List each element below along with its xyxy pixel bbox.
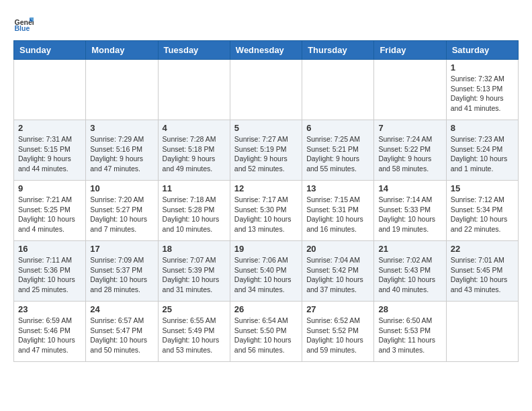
- day-header-thursday: Thursday: [302, 41, 374, 60]
- calendar-cell: 3Sunrise: 7:29 AM Sunset: 5:16 PM Daylig…: [86, 120, 158, 181]
- day-number: 2: [18, 123, 81, 133]
- day-number: 13: [306, 183, 369, 193]
- day-info: Sunrise: 7:24 AM Sunset: 5:22 PM Dayligh…: [378, 134, 441, 174]
- calendar-cell: 5Sunrise: 7:27 AM Sunset: 5:19 PM Daylig…: [230, 120, 302, 181]
- calendar-cell: 7Sunrise: 7:24 AM Sunset: 5:22 PM Daylig…: [374, 120, 446, 181]
- day-info: Sunrise: 6:54 AM Sunset: 5:50 PM Dayligh…: [234, 316, 298, 355]
- calendar-cell: 9Sunrise: 7:21 AM Sunset: 5:25 PM Daylig…: [14, 181, 86, 241]
- calendar-cell: 6Sunrise: 7:25 AM Sunset: 5:21 PM Daylig…: [302, 120, 374, 181]
- calendar-cell: 15Sunrise: 7:12 AM Sunset: 5:34 PM Dayli…: [446, 181, 518, 241]
- day-number: 5: [234, 123, 298, 133]
- day-info: Sunrise: 6:59 AM Sunset: 5:46 PM Dayligh…: [18, 316, 81, 355]
- day-info: Sunrise: 7:14 AM Sunset: 5:33 PM Dayligh…: [378, 195, 441, 234]
- day-info: Sunrise: 7:04 AM Sunset: 5:42 PM Dayligh…: [306, 255, 369, 295]
- calendar-cell: [446, 302, 518, 362]
- day-number: 14: [378, 183, 441, 193]
- day-number: 27: [306, 304, 369, 314]
- day-info: Sunrise: 6:55 AM Sunset: 5:49 PM Dayligh…: [163, 316, 226, 355]
- calendar-cell: 18Sunrise: 7:07 AM Sunset: 5:39 PM Dayli…: [158, 241, 230, 302]
- calendar-cell: 27Sunrise: 6:52 AM Sunset: 5:52 PM Dayli…: [302, 302, 374, 362]
- calendar-week-row: 1Sunrise: 7:32 AM Sunset: 5:13 PM Daylig…: [14, 60, 519, 120]
- day-number: 17: [90, 244, 153, 254]
- day-number: 1: [451, 62, 514, 73]
- calendar-cell: [158, 60, 230, 120]
- day-info: Sunrise: 7:06 AM Sunset: 5:40 PM Dayligh…: [234, 255, 298, 295]
- page-header: General Blue: [13, 13, 519, 34]
- calendar-cell: 17Sunrise: 7:09 AM Sunset: 5:37 PM Dayli…: [86, 241, 158, 302]
- day-number: 18: [163, 244, 226, 254]
- calendar-week-row: 23Sunrise: 6:59 AM Sunset: 5:46 PM Dayli…: [14, 302, 519, 362]
- day-info: Sunrise: 7:09 AM Sunset: 5:37 PM Dayligh…: [90, 255, 153, 295]
- calendar-cell: [374, 60, 446, 120]
- day-info: Sunrise: 7:11 AM Sunset: 5:36 PM Dayligh…: [18, 255, 81, 295]
- day-number: 24: [90, 304, 153, 314]
- day-info: Sunrise: 7:23 AM Sunset: 5:24 PM Dayligh…: [451, 134, 514, 174]
- calendar-cell: 1Sunrise: 7:32 AM Sunset: 5:13 PM Daylig…: [446, 60, 518, 120]
- day-header-saturday: Saturday: [446, 41, 518, 60]
- calendar-cell: 10Sunrise: 7:20 AM Sunset: 5:27 PM Dayli…: [86, 181, 158, 241]
- day-info: Sunrise: 6:57 AM Sunset: 5:47 PM Dayligh…: [90, 316, 153, 355]
- day-info: Sunrise: 7:17 AM Sunset: 5:30 PM Dayligh…: [234, 195, 298, 234]
- calendar-cell: 24Sunrise: 6:57 AM Sunset: 5:47 PM Dayli…: [86, 302, 158, 362]
- calendar-cell: 11Sunrise: 7:18 AM Sunset: 5:28 PM Dayli…: [158, 181, 230, 241]
- day-number: 21: [378, 244, 441, 254]
- calendar-week-row: 16Sunrise: 7:11 AM Sunset: 5:36 PM Dayli…: [14, 241, 519, 302]
- day-header-tuesday: Tuesday: [158, 41, 230, 60]
- calendar-cell: 8Sunrise: 7:23 AM Sunset: 5:24 PM Daylig…: [446, 120, 518, 181]
- calendar-header-row: SundayMondayTuesdayWednesdayThursdayFrid…: [14, 41, 519, 60]
- calendar-cell: 2Sunrise: 7:31 AM Sunset: 5:15 PM Daylig…: [14, 120, 86, 181]
- day-number: 8: [451, 123, 514, 133]
- calendar-cell: 20Sunrise: 7:04 AM Sunset: 5:42 PM Dayli…: [302, 241, 374, 302]
- calendar-cell: 23Sunrise: 6:59 AM Sunset: 5:46 PM Dayli…: [14, 302, 86, 362]
- calendar-table: SundayMondayTuesdayWednesdayThursdayFrid…: [13, 40, 519, 362]
- day-number: 9: [18, 183, 81, 193]
- day-number: 16: [18, 244, 81, 254]
- calendar-cell: 25Sunrise: 6:55 AM Sunset: 5:49 PM Dayli…: [158, 302, 230, 362]
- calendar-cell: [14, 60, 86, 120]
- calendar-cell: 12Sunrise: 7:17 AM Sunset: 5:30 PM Dayli…: [230, 181, 302, 241]
- calendar-week-row: 2Sunrise: 7:31 AM Sunset: 5:15 PM Daylig…: [14, 120, 519, 181]
- day-number: 25: [163, 304, 226, 314]
- day-info: Sunrise: 7:28 AM Sunset: 5:18 PM Dayligh…: [163, 134, 226, 174]
- day-number: 10: [90, 183, 153, 193]
- day-number: 19: [234, 244, 298, 254]
- calendar-cell: 13Sunrise: 7:15 AM Sunset: 5:31 PM Dayli…: [302, 181, 374, 241]
- day-info: Sunrise: 7:20 AM Sunset: 5:27 PM Dayligh…: [90, 195, 153, 234]
- day-info: Sunrise: 7:21 AM Sunset: 5:25 PM Dayligh…: [18, 195, 81, 234]
- day-info: Sunrise: 6:52 AM Sunset: 5:52 PM Dayligh…: [306, 316, 369, 355]
- day-info: Sunrise: 7:29 AM Sunset: 5:16 PM Dayligh…: [90, 134, 153, 174]
- day-number: 6: [306, 123, 369, 133]
- calendar-cell: [302, 60, 374, 120]
- calendar-cell: 4Sunrise: 7:28 AM Sunset: 5:18 PM Daylig…: [158, 120, 230, 181]
- day-info: Sunrise: 7:07 AM Sunset: 5:39 PM Dayligh…: [163, 255, 226, 295]
- calendar-cell: 26Sunrise: 6:54 AM Sunset: 5:50 PM Dayli…: [230, 302, 302, 362]
- day-header-wednesday: Wednesday: [230, 41, 302, 60]
- calendar-cell: [86, 60, 158, 120]
- day-number: 20: [306, 244, 369, 254]
- calendar-cell: 28Sunrise: 6:50 AM Sunset: 5:53 PM Dayli…: [374, 302, 446, 362]
- day-number: 23: [18, 304, 81, 314]
- day-number: 4: [163, 123, 226, 133]
- day-number: 15: [451, 183, 514, 193]
- day-info: Sunrise: 7:15 AM Sunset: 5:31 PM Dayligh…: [306, 195, 369, 234]
- day-info: Sunrise: 7:02 AM Sunset: 5:43 PM Dayligh…: [378, 255, 441, 295]
- day-number: 7: [378, 123, 441, 133]
- day-info: Sunrise: 7:31 AM Sunset: 5:15 PM Dayligh…: [18, 134, 81, 174]
- calendar-cell: 22Sunrise: 7:01 AM Sunset: 5:45 PM Dayli…: [446, 241, 518, 302]
- day-header-monday: Monday: [86, 41, 158, 60]
- day-number: 28: [378, 304, 441, 314]
- day-info: Sunrise: 7:27 AM Sunset: 5:19 PM Dayligh…: [234, 134, 298, 174]
- day-info: Sunrise: 7:32 AM Sunset: 5:13 PM Dayligh…: [451, 74, 514, 113]
- calendar-cell: 21Sunrise: 7:02 AM Sunset: 5:43 PM Dayli…: [374, 241, 446, 302]
- calendar-cell: 19Sunrise: 7:06 AM Sunset: 5:40 PM Dayli…: [230, 241, 302, 302]
- calendar-cell: [230, 60, 302, 120]
- day-info: Sunrise: 6:50 AM Sunset: 5:53 PM Dayligh…: [378, 316, 441, 355]
- calendar-cell: 14Sunrise: 7:14 AM Sunset: 5:33 PM Dayli…: [374, 181, 446, 241]
- logo: General Blue: [13, 13, 36, 34]
- day-header-friday: Friday: [374, 41, 446, 60]
- logo-icon: General Blue: [13, 13, 34, 34]
- svg-text:Blue: Blue: [15, 24, 30, 32]
- day-info: Sunrise: 7:01 AM Sunset: 5:45 PM Dayligh…: [451, 255, 514, 295]
- calendar-cell: 16Sunrise: 7:11 AM Sunset: 5:36 PM Dayli…: [14, 241, 86, 302]
- day-info: Sunrise: 7:18 AM Sunset: 5:28 PM Dayligh…: [163, 195, 226, 234]
